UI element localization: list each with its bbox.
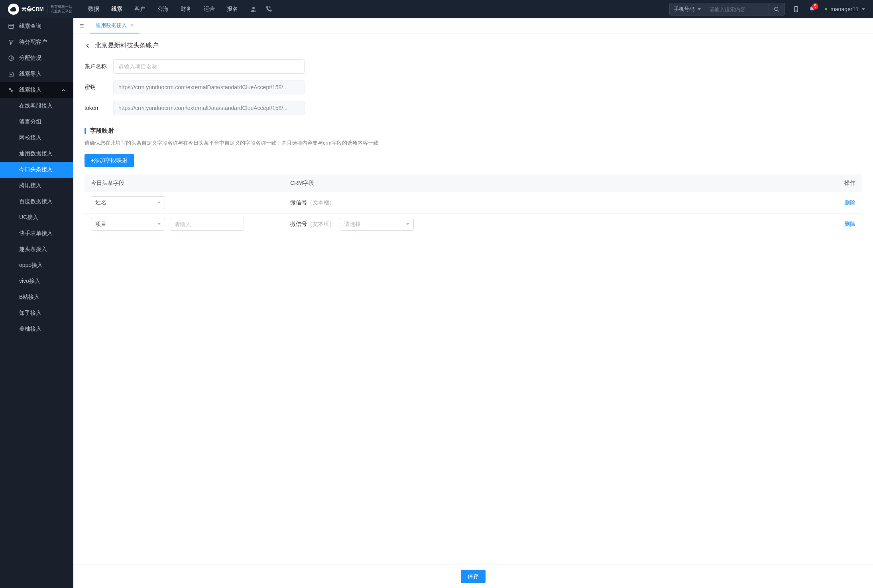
table-header: 今日头条字段 CRM字段 操作	[85, 174, 862, 192]
sub-bilibili[interactable]: B站接入	[0, 289, 73, 305]
nav-data[interactable]: 数据	[88, 6, 99, 13]
logo: 云朵CRM 教育机构一站 式服务云平台	[8, 4, 72, 15]
nav-customer[interactable]: 客户	[134, 6, 146, 13]
th-action: 操作	[824, 180, 855, 187]
top-nav: 数据 线索 客户 公海 财务 运营 报名	[88, 6, 238, 13]
plug-icon	[8, 87, 14, 93]
import-icon	[8, 71, 14, 77]
user-menu[interactable]: manager11	[825, 6, 865, 12]
section-desc: 请确保您在此填写的头条自定义字段名称与在今日头条平台中自定义的字段名称一致，并且…	[85, 139, 862, 147]
field-input[interactable]	[170, 218, 244, 231]
sub-oppo[interactable]: oppo接入	[0, 257, 73, 273]
table-row-empty	[85, 235, 862, 257]
table-row: 姓名 微信号（文本框） 删除	[85, 192, 862, 214]
pie-icon	[8, 55, 14, 61]
crm-field-label: 微信号（文本框）	[290, 221, 335, 228]
tabs-bar: 通用数据接入 ✕	[73, 18, 873, 33]
table-row: 项目 微信号（文本框） 请选择 删除	[85, 214, 862, 235]
notification-badge: 5	[812, 3, 818, 10]
sidebar-item-import[interactable]: 线索导入	[0, 66, 73, 82]
save-button[interactable]: 保存	[461, 570, 486, 583]
section-header: 字段映射	[85, 127, 862, 135]
field-select[interactable]: 项目	[91, 218, 165, 231]
page-title: 北京昱新科技头条账户	[95, 41, 159, 50]
back-icon[interactable]	[85, 43, 91, 49]
token-input[interactable]	[113, 101, 305, 115]
delete-button[interactable]: 删除	[844, 199, 855, 206]
content: 北京昱新科技头条账户 账户名称 密钥 token 字段映射 请确保您在此填写的头…	[73, 33, 873, 588]
secret-input[interactable]	[113, 80, 305, 94]
svg-point-2	[775, 7, 778, 10]
name-label: 账户名称	[85, 63, 113, 70]
sidebar-item-pending[interactable]: 待分配客户	[0, 34, 73, 50]
top-header: 云朵CRM 教育机构一站 式服务云平台 数据 线索 客户 公海 财务 运营 报名…	[0, 0, 873, 18]
main: 通用数据接入 ✕ 北京昱新科技头条账户 账户名称 密钥 token	[73, 18, 873, 588]
th-toutiao: 今日头条字段	[91, 180, 290, 187]
delete-button[interactable]: 删除	[844, 221, 855, 227]
sub-qutoutiao[interactable]: 趣头条接入	[0, 241, 73, 257]
close-icon[interactable]: ✕	[130, 23, 134, 28]
nav-public[interactable]: 公海	[157, 6, 169, 13]
sub-tencent[interactable]: 腾讯接入	[0, 178, 73, 194]
sub-vivo[interactable]: vivo接入	[0, 273, 73, 289]
footer: 保存	[73, 564, 873, 588]
sub-online-service[interactable]: 在线客服接入	[0, 98, 73, 114]
token-label: token	[85, 105, 113, 111]
sub-meiyou[interactable]: 美柚接入	[0, 321, 73, 337]
account-name-input[interactable]	[113, 59, 305, 74]
section-title: 字段映射	[90, 127, 114, 135]
sub-kuaishou[interactable]: 快手表单接入	[0, 225, 73, 241]
sidebar-item-distribution[interactable]: 分配情况	[0, 50, 73, 66]
list-icon	[8, 23, 14, 29]
search-type-select[interactable]: 手机号码	[669, 3, 705, 16]
sub-baidu[interactable]: 百度数据接入	[0, 194, 73, 210]
svg-point-0	[252, 7, 255, 9]
fold-sidebar-icon[interactable]	[79, 23, 85, 29]
crm-field-label: 微信号（文本框）	[290, 199, 335, 206]
mobile-icon[interactable]	[793, 6, 799, 13]
sub-zhihu[interactable]: 知乎接入	[0, 305, 73, 321]
user-icon[interactable]	[250, 6, 257, 13]
sidebar: 线索查询 待分配客户 分配情况 线索导入 线索接入 在线客服接入 留言分组 网校…	[0, 18, 73, 588]
search-input[interactable]	[705, 3, 769, 16]
nav-clue[interactable]: 线索	[111, 6, 122, 13]
search-button[interactable]	[769, 3, 785, 16]
status-dot	[825, 8, 827, 10]
secret-label: 密钥	[85, 84, 113, 91]
filter-icon	[8, 39, 14, 45]
chevron-up-icon	[61, 88, 65, 92]
username: manager11	[830, 6, 859, 12]
search-wrap: 手机号码	[669, 3, 785, 16]
sub-school[interactable]: 网校接入	[0, 130, 73, 146]
mapping-table: 今日头条字段 CRM字段 操作 姓名 微信号（文本框） 删除 项目	[85, 174, 862, 257]
brand-text: 云朵CRM	[22, 6, 44, 13]
sub-uc[interactable]: UC接入	[0, 210, 73, 225]
crm-select[interactable]: 请选择	[340, 218, 414, 231]
sub-general-data[interactable]: 通用数据接入	[0, 146, 73, 162]
section-bar	[85, 128, 86, 134]
breadcrumb: 北京昱新科技头条账户	[85, 41, 862, 50]
logo-icon	[8, 4, 19, 15]
brand-subtitle: 教育机构一站 式服务云平台	[47, 5, 72, 14]
th-crm: CRM字段	[290, 180, 824, 187]
bell-icon[interactable]: 5	[809, 6, 815, 13]
svg-rect-5	[9, 24, 14, 29]
sidebar-item-query[interactable]: 线索查询	[0, 18, 73, 34]
nav-signup[interactable]: 报名	[227, 6, 238, 13]
add-mapping-button[interactable]: +添加字段映射	[85, 154, 134, 167]
sub-toutiao[interactable]: 今日头条接入	[0, 162, 73, 178]
nav-operation[interactable]: 运营	[204, 6, 215, 13]
sidebar-item-access[interactable]: 线索接入	[0, 82, 73, 98]
nav-finance[interactable]: 财务	[181, 6, 192, 13]
tab-general-data[interactable]: 通用数据接入 ✕	[90, 18, 140, 33]
svg-point-4	[796, 10, 796, 11]
phone-icon[interactable]	[265, 6, 272, 13]
header-right: 5 manager11	[793, 6, 865, 13]
top-icons	[250, 6, 272, 13]
sub-message-group[interactable]: 留言分组	[0, 114, 73, 130]
field-select[interactable]: 姓名	[91, 196, 165, 209]
